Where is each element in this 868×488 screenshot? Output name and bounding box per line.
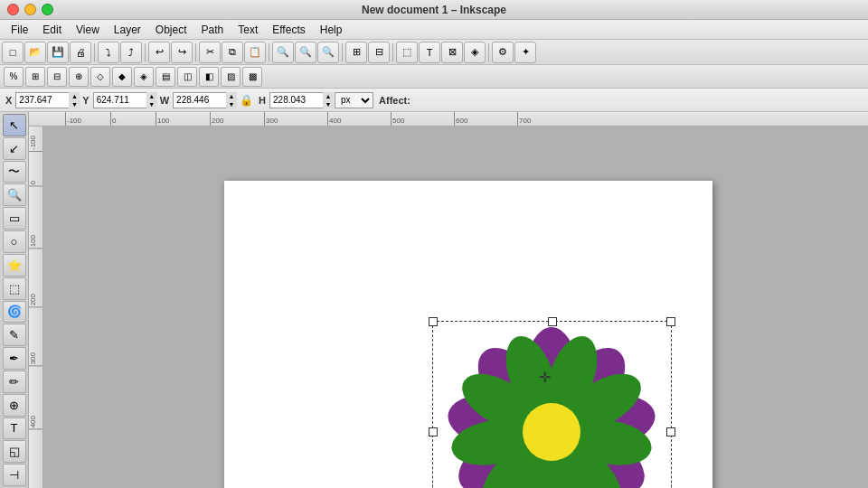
menu-view[interactable]: View bbox=[69, 22, 107, 38]
snap-toolbar: % ⊞ ⊟ ⊕ ◇ ◆ ◈ ▤ ◫ ◧ ▨ ▩ bbox=[0, 65, 868, 89]
snap-node-path[interactable]: ◆ bbox=[112, 67, 132, 87]
snap-grid[interactable]: ▨ bbox=[221, 67, 241, 87]
sep6 bbox=[392, 43, 393, 61]
pen-tool[interactable]: ✒ bbox=[3, 347, 26, 370]
snap-guide[interactable]: ▩ bbox=[242, 67, 262, 87]
y-input[interactable] bbox=[97, 93, 146, 108]
menu-file[interactable]: File bbox=[4, 22, 35, 38]
ruler-vertical: -100 0 100 200 300 400 bbox=[29, 127, 43, 488]
snap-object[interactable]: ◧ bbox=[199, 67, 219, 87]
ruler-mark: -100 bbox=[65, 112, 81, 127]
import-button[interactable]: ⤵ bbox=[98, 42, 119, 63]
menu-effects[interactable]: Effects bbox=[265, 22, 312, 38]
pencil-tool[interactable]: ✎ bbox=[3, 324, 26, 346]
w-up[interactable]: ▲ bbox=[226, 92, 237, 100]
ruler-v-mark: 400 bbox=[29, 416, 43, 429]
h-up[interactable]: ▲ bbox=[323, 92, 334, 100]
export-button[interactable]: ⤴ bbox=[120, 42, 142, 63]
node-tool[interactable]: ↙ bbox=[3, 137, 26, 160]
ruler-v-mark: 200 bbox=[29, 294, 43, 307]
x-down[interactable]: ▼ bbox=[69, 100, 80, 108]
w-down[interactable]: ▼ bbox=[226, 100, 237, 108]
save-button[interactable]: 💾 bbox=[47, 42, 69, 63]
y-down[interactable]: ▼ bbox=[146, 100, 157, 108]
open-button[interactable]: 📂 bbox=[24, 42, 46, 63]
affect-label: Affect: bbox=[379, 95, 410, 106]
copy-button[interactable]: ⧉ bbox=[222, 42, 243, 63]
x-up[interactable]: ▲ bbox=[69, 92, 80, 100]
zoom-in-button[interactable]: 🔍 bbox=[272, 42, 294, 63]
transform-button[interactable]: ⊠ bbox=[441, 42, 463, 63]
spiral-tool[interactable]: 🌀 bbox=[3, 301, 26, 324]
node-button[interactable]: ⬚ bbox=[396, 42, 418, 63]
undo-button[interactable]: ↩ bbox=[148, 42, 170, 63]
main-area: -100 0 100 200 300 400 500 600 700 -100 … bbox=[29, 112, 868, 488]
snap-bbox-mid[interactable]: ⊕ bbox=[69, 67, 89, 87]
zoom-fit-button[interactable]: 🔍 bbox=[317, 42, 339, 63]
menu-object[interactable]: Object bbox=[148, 22, 194, 38]
minimize-button[interactable] bbox=[24, 4, 36, 15]
menu-text[interactable]: Text bbox=[231, 22, 265, 38]
gradient-tool[interactable]: ◱ bbox=[3, 440, 26, 463]
sep1 bbox=[94, 43, 95, 61]
ruler-mark: 100 bbox=[156, 112, 169, 127]
x-label: X bbox=[4, 95, 14, 106]
zoom-tool[interactable]: 🔍 bbox=[3, 183, 26, 206]
ruler-v-mark: 300 bbox=[29, 352, 43, 366]
h-down[interactable]: ▼ bbox=[323, 100, 334, 108]
paste-button[interactable]: 📋 bbox=[244, 42, 266, 63]
ruler-mark: 200 bbox=[210, 112, 223, 127]
text-tool[interactable]: T bbox=[3, 418, 26, 440]
x-input-field[interactable]: ▲ ▼ bbox=[15, 92, 79, 108]
snap-node[interactable]: ◇ bbox=[90, 67, 110, 87]
callig-tool[interactable]: ✏ bbox=[3, 371, 26, 393]
zoom-out-button[interactable]: 🔍 bbox=[295, 42, 316, 63]
window-title: New document 1 – Inkscape bbox=[0, 4, 868, 16]
star-tool[interactable]: ⭐ bbox=[3, 254, 26, 277]
w-input[interactable] bbox=[176, 93, 226, 108]
rect-tool[interactable]: ▭ bbox=[3, 207, 26, 230]
connector-tool[interactable]: ⊣ bbox=[3, 464, 26, 486]
menu-path[interactable]: Path bbox=[194, 22, 231, 38]
y-up[interactable]: ▲ bbox=[146, 92, 157, 100]
unit-select[interactable]: px mm cm in pt bbox=[335, 92, 373, 108]
flower-object[interactable] bbox=[437, 325, 667, 488]
w-input-field[interactable]: ▲ ▼ bbox=[173, 92, 236, 108]
snap-bbox[interactable]: ⊞ bbox=[25, 67, 45, 87]
text-tool-button[interactable]: T bbox=[419, 42, 440, 63]
xml-button[interactable]: ⚙ bbox=[492, 42, 514, 63]
h-spinners: ▲ ▼ bbox=[323, 92, 334, 108]
menu-layer[interactable]: Layer bbox=[107, 22, 148, 38]
h-input-field[interactable]: ▲ ▼ bbox=[269, 92, 333, 108]
redo-button[interactable]: ↪ bbox=[171, 42, 193, 63]
print-button[interactable]: 🖨 bbox=[70, 42, 91, 63]
menu-edit[interactable]: Edit bbox=[35, 22, 69, 38]
new-button[interactable]: □ bbox=[2, 42, 24, 63]
snap-mid[interactable]: ▤ bbox=[156, 67, 175, 87]
w-label: W bbox=[158, 95, 171, 106]
maximize-button[interactable] bbox=[42, 4, 53, 15]
3d-tool[interactable]: ⬚ bbox=[3, 277, 26, 300]
fill-tool[interactable]: ⊕ bbox=[3, 394, 26, 417]
lock-icon[interactable]: 🔒 bbox=[238, 94, 255, 107]
fill-button[interactable]: ◈ bbox=[464, 42, 486, 63]
snap-smooth[interactable]: ◈ bbox=[134, 67, 154, 87]
ungroup-button[interactable]: ⊟ bbox=[368, 42, 390, 63]
inkscape-button[interactable]: ✦ bbox=[514, 42, 536, 63]
y-input-field[interactable]: ▲ ▼ bbox=[93, 92, 156, 108]
close-button[interactable] bbox=[7, 4, 19, 15]
x-input[interactable] bbox=[19, 93, 69, 108]
cut-button[interactable]: ✂ bbox=[199, 42, 221, 63]
sep2 bbox=[145, 43, 146, 61]
tweak-tool[interactable]: 〜 bbox=[3, 161, 26, 183]
menu-help[interactable]: Help bbox=[313, 22, 350, 38]
ellipse-tool[interactable]: ○ bbox=[3, 230, 26, 253]
snap-center[interactable]: ◫ bbox=[177, 67, 197, 87]
group-button[interactable]: ⊞ bbox=[345, 42, 367, 63]
h-input[interactable] bbox=[273, 93, 323, 108]
select-tool[interactable]: ↖ bbox=[3, 114, 26, 136]
toolbox: ↖ ↙ 〜 🔍 ▭ ○ ⭐ ⬚ 🌀 ✎ ✒ ✏ ⊕ T ◱ ⊣ bbox=[0, 112, 29, 488]
snap-bbox-edge[interactable]: ⊟ bbox=[47, 67, 67, 87]
snap-enable[interactable]: % bbox=[4, 67, 24, 87]
canvas[interactable]: ✛ bbox=[43, 127, 868, 488]
